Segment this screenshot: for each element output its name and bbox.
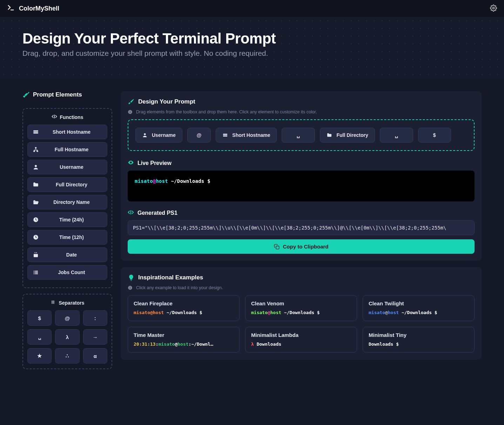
brand[interactable]: ColorMyShell — [7, 4, 59, 13]
prompt-chip[interactable]: Full Directory — [320, 128, 375, 142]
svg-point-26 — [144, 133, 146, 135]
brand-label: ColorMyShell — [19, 5, 59, 12]
separators-panel: Separators $@:␣λ→★∴α — [22, 294, 112, 369]
example-card[interactable]: Clean Twilightmisato@host ~/Downloads $ — [363, 295, 475, 321]
example-card[interactable]: Time Master20:31:13:misato@host:~/Downl… — [128, 327, 240, 353]
svg-rect-21 — [52, 300, 53, 304]
separator-item[interactable]: α — [83, 348, 107, 364]
separators-heading: Separators — [27, 299, 107, 306]
chip-label: Short Hostname — [232, 132, 270, 138]
separator-item[interactable]: ␣ — [27, 329, 52, 345]
svg-rect-20 — [35, 273, 38, 274]
separator-item[interactable]: λ — [55, 329, 79, 345]
example-title: Clean Venom — [251, 300, 351, 306]
function-label: Date — [41, 252, 102, 258]
page-subtitle: Drag, drop, and customize your shell pro… — [22, 49, 482, 58]
hero-banner: Design Your Perfect Terminal Prompt Drag… — [0, 17, 504, 79]
separator-item[interactable]: ★ — [27, 348, 52, 364]
svg-rect-16 — [35, 271, 38, 272]
svg-rect-6 — [33, 151, 35, 152]
svg-point-8 — [35, 165, 37, 167]
preview-segment: ~/Downloads — [168, 178, 207, 184]
chip-label: $ — [433, 132, 436, 138]
separator-item[interactable]: ∴ — [55, 348, 79, 364]
example-preview: λ Downloads — [251, 341, 351, 347]
example-card[interactable]: Clean Fireplacemisato@host ~/Downloads $ — [128, 295, 240, 321]
copy-button[interactable]: Copy to Clipboard — [128, 239, 475, 254]
svg-point-29 — [130, 162, 132, 163]
lightbulb-icon — [128, 274, 135, 281]
navbar: ColorMyShell — [0, 0, 504, 17]
function-item[interactable]: Short Hostname — [27, 125, 107, 139]
terminal-icon — [7, 4, 15, 13]
prompt-chip[interactable]: ␣ — [380, 128, 413, 142]
function-label: Jobs Count — [41, 270, 102, 275]
prompt-chip[interactable]: Username — [135, 128, 182, 142]
functions-panel: Functions Short Hostname Full Hostname U… — [22, 108, 112, 288]
function-item[interactable]: Full Hostname — [27, 142, 107, 157]
prompt-chip[interactable]: Short Hostname — [216, 128, 277, 142]
chip-label: ␣ — [395, 132, 398, 138]
dropzone[interactable]: Username@Short Hostname␣Full Directory␣$ — [128, 119, 475, 151]
examples-hint: Click any example to load it into your d… — [128, 285, 475, 290]
example-preview: misato@host ~/Downloads $ — [369, 310, 469, 315]
function-item[interactable]: Date — [27, 247, 107, 262]
svg-rect-33 — [130, 287, 130, 289]
live-preview-terminal: misato@host ~/Downloads $ — [128, 171, 475, 201]
folder-icon — [327, 132, 332, 138]
svg-rect-7 — [36, 151, 38, 152]
function-item[interactable]: Time (12h) — [27, 230, 107, 245]
functions-heading: Functions — [27, 114, 107, 120]
page-title: Design Your Perfect Terminal Prompt — [22, 30, 482, 47]
info-icon — [128, 285, 133, 290]
example-card[interactable]: Minimalist Lambdaλ Downloads — [245, 327, 357, 353]
example-title: Minimalist Lambda — [251, 332, 351, 338]
function-label: Directory Name — [41, 199, 102, 205]
design-card: Design Your Prompt Drag elements from th… — [121, 91, 482, 261]
function-label: Full Hostname — [41, 147, 102, 152]
list-icon — [33, 269, 39, 275]
prompt-chip[interactable]: @ — [187, 128, 211, 142]
svg-rect-27 — [223, 134, 227, 135]
calendar-icon — [33, 252, 39, 258]
example-preview: misato@host ~/Downloads $ — [134, 310, 234, 315]
svg-rect-5 — [35, 147, 37, 148]
prompt-chip[interactable]: ␣ — [282, 128, 315, 142]
server-icon — [222, 132, 228, 138]
separator-item[interactable]: → — [83, 329, 107, 345]
function-label: Short Hostname — [41, 129, 102, 135]
preview-title: Live Preview — [128, 159, 475, 167]
separator-item[interactable]: $ — [27, 310, 52, 326]
code-icon — [128, 209, 134, 217]
svg-rect-31 — [276, 246, 279, 249]
folder-icon — [33, 181, 39, 188]
function-item[interactable]: Directory Name — [27, 195, 107, 210]
settings-button[interactable] — [490, 5, 497, 13]
separator-item[interactable]: @ — [55, 310, 79, 326]
function-label: Time (24h) — [41, 217, 102, 223]
function-item[interactable]: Full Directory — [27, 177, 107, 192]
network-icon — [33, 146, 39, 153]
function-label: Full Directory — [41, 182, 102, 187]
example-card[interactable]: Clean Venommisato@host ~/Downloads $ — [245, 295, 357, 321]
function-item[interactable]: Jobs Count — [27, 265, 107, 280]
user-icon — [33, 164, 39, 170]
function-item[interactable]: Time (24h) — [27, 212, 107, 227]
separator-item[interactable]: : — [83, 310, 107, 326]
svg-rect-15 — [34, 271, 34, 272]
sidebar-title: Prompt Elements — [22, 91, 112, 98]
function-item[interactable]: Username — [27, 160, 107, 174]
folder-open-icon — [33, 199, 39, 205]
design-hint: Drag elements from the toolbox and drop … — [128, 109, 475, 114]
prompt-chip[interactable]: $ — [418, 128, 451, 142]
example-preview: misato@host ~/Downloads $ — [251, 310, 351, 315]
svg-point-1 — [493, 7, 495, 9]
example-title: Minimalist Tiny — [369, 332, 469, 338]
example-card[interactable]: Minimalist TinyDownloads $ — [363, 327, 475, 353]
server-icon — [33, 129, 39, 135]
ps1-output[interactable]: PS1="\\[\\e[38;2;0;255;255m\\]\\u\\[\\e[… — [128, 220, 475, 235]
chip-label: @ — [197, 132, 202, 138]
svg-rect-19 — [34, 273, 34, 274]
pause-icon — [50, 299, 56, 306]
function-label: Time (12h) — [41, 234, 102, 240]
